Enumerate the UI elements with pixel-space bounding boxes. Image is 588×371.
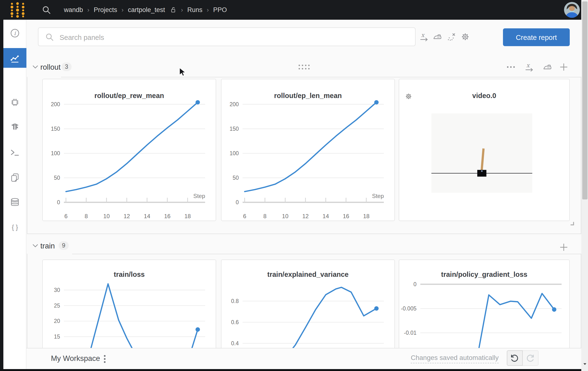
unlock-icon [169,6,177,13]
section-border [27,254,27,348]
sidebar-item-files[interactable] [3,167,26,188]
section-title-rollout[interactable]: rollout [40,63,61,72]
workspace-bar: My Workspace Changes saved automatically [26,348,581,369]
create-report-button[interactable]: Create report [503,28,570,46]
sidebar-item-logs[interactable] [3,142,26,163]
svg-text:50: 50 [54,175,60,181]
avatar[interactable] [564,2,580,18]
svg-text:-0.01: -0.01 [404,330,417,336]
svg-text:14: 14 [323,213,329,219]
svg-text:150: 150 [51,126,60,132]
breadcrumb-projects[interactable]: Projects [94,6,117,13]
sidebar-item-system[interactable] [3,92,26,113]
scroll-down-arrow-icon[interactable] [582,362,587,366]
svg-text:200: 200 [230,101,239,107]
svg-text:i: i [14,30,16,36]
svg-text:0.4: 0.4 [231,340,239,347]
add-panel-icon[interactable] [559,242,569,252]
svg-text:Step: Step [372,193,384,199]
info-icon: i [10,28,20,38]
braces-icon: { } [10,222,20,233]
svg-text:6: 6 [64,213,67,219]
chevron-down-icon[interactable] [31,242,39,250]
svg-text:8: 8 [263,213,266,219]
section-title-train[interactable]: train [40,242,55,250]
autosave-status[interactable]: Changes saved automatically [411,354,499,363]
line-chart[interactable]: 050100150200681012141618Step [43,79,217,222]
svg-text:12: 12 [124,213,130,219]
section-border [61,77,581,77]
resize-handle-icon[interactable] [569,221,576,227]
window-edge [0,20,3,371]
svg-text:15: 15 [54,334,60,340]
svg-text:200: 200 [51,101,60,107]
svg-text:10: 10 [103,213,110,219]
terminal-icon [10,148,20,158]
svg-text:50: 50 [232,175,239,181]
chip-icon [10,97,20,108]
drag-handle-icon[interactable] [298,64,310,71]
undo-icon [510,354,519,363]
undo-button[interactable] [507,350,523,366]
svg-text:100: 100 [51,150,60,156]
svg-text:16: 16 [164,213,170,219]
wandb-logo-icon[interactable] [9,2,26,18]
scrollbar-thumb[interactable] [582,1,587,200]
add-panel-icon[interactable] [559,62,569,72]
svg-text:150: 150 [230,126,239,132]
smoothing-iron-icon[interactable] [432,32,442,42]
sidebar-item-config[interactable]: { } [3,217,26,238]
svg-text:25: 25 [54,303,60,309]
cartpole-render [431,113,532,193]
svg-text:20: 20 [54,318,60,324]
breadcrumb-separator: › [207,6,209,13]
panel-video[interactable]: video.0 [399,79,570,221]
svg-text:Step: Step [193,193,205,199]
svg-text:x: x [526,62,530,68]
sidebar-item-overview[interactable]: i [3,22,26,44]
mouse-cursor [178,67,189,78]
section-count-badge: 9 [59,241,69,250]
svg-text:18: 18 [363,213,370,219]
line-chart-icon [10,53,20,64]
settings-gear-icon[interactable] [460,32,470,42]
sidebar-item-artifacts[interactable] [3,192,26,213]
smoothing-iron-icon[interactable] [542,62,552,72]
search-icon [45,32,54,42]
cartpole-video[interactable] [431,113,532,193]
workspace-label[interactable]: My Workspace [51,354,100,363]
breadcrumb-separator: › [181,6,183,13]
sidebar-item-charts[interactable] [3,48,26,68]
redo-icon [525,354,535,363]
breadcrumb: wandb › Projects › cartpole_test › Runs … [64,0,227,20]
database-icon [10,197,20,208]
svg-text:0: 0 [236,199,239,205]
section-menu-icon[interactable] [506,62,516,72]
scrollbar[interactable] [581,0,588,371]
sidebar: i { } [3,20,26,369]
panel-ep-len-mean[interactable]: rollout/ep_len_mean 05010015020068101214… [221,79,395,221]
x-axis-settings-icon[interactable]: x [525,62,535,72]
svg-text:6: 6 [243,213,246,219]
breadcrumb-entity[interactable]: wandb [64,6,83,13]
search-panels-input[interactable] [59,28,406,47]
svg-text:0.8: 0.8 [231,298,239,304]
svg-text:0: 0 [413,281,417,287]
search-icon[interactable] [41,5,52,15]
section-border [27,233,581,234]
panel-ep-rew-mean[interactable]: rollout/ep_rew_mean 05010015020068101214… [42,79,216,221]
outliers-icon[interactable] [446,32,456,42]
line-chart[interactable]: 050100150200681012141618Step [221,79,395,222]
section-border [27,77,27,233]
x-axis-settings-icon[interactable]: x [419,32,430,42]
svg-text:100: 100 [230,150,239,156]
kebab-menu-icon[interactable] [99,354,110,364]
breadcrumb-project[interactable]: cartpole_test [128,6,165,13]
sidebar-item-model[interactable] [3,117,26,138]
redo-button[interactable] [523,350,538,366]
svg-text:x: x [421,32,425,38]
chevron-down-icon[interactable] [31,63,39,71]
video-title: video.0 [399,92,569,99]
breadcrumb-run[interactable]: PPO [213,6,227,13]
breadcrumb-runs[interactable]: Runs [187,6,202,13]
